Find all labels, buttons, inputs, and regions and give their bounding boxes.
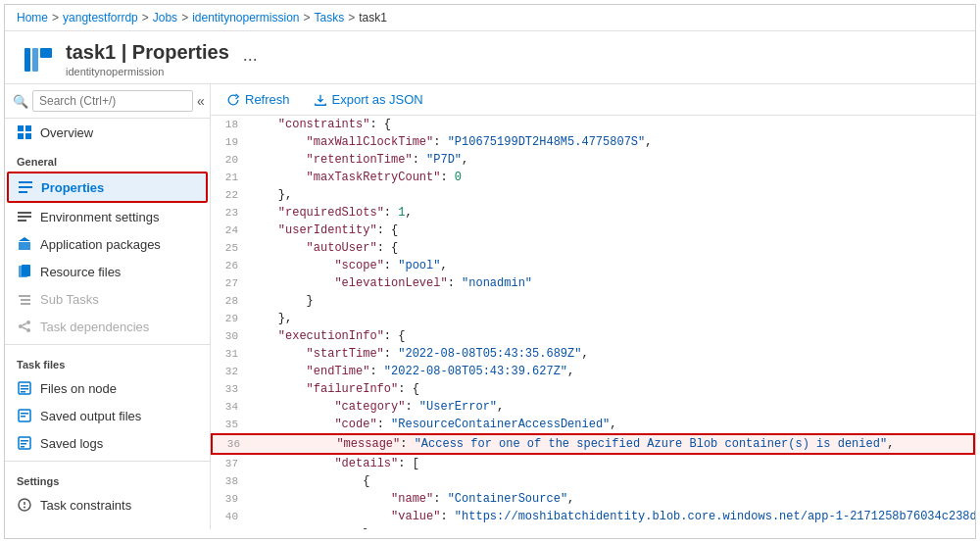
breadcrumb-jobs[interactable]: Jobs — [153, 11, 177, 25]
line-number: 28 — [211, 292, 250, 310]
refresh-button[interactable]: Refresh — [222, 90, 294, 109]
table-row: 39 "name": "ContainerSource", — [211, 490, 975, 508]
table-row: 28 } — [211, 292, 975, 310]
table-row: 36 "message": "Access for one of the spe… — [211, 433, 975, 455]
line-number: 34 — [211, 398, 250, 416]
more-options-button[interactable]: ··· — [243, 49, 258, 70]
export-button[interactable]: Export as JSON — [310, 90, 427, 109]
sidebar: 🔍 « Overview General Properties — [5, 84, 211, 529]
breadcrumb-current: task1 — [359, 11, 387, 25]
svg-line-23 — [23, 323, 26, 325]
sidebar-item-packages[interactable]: Application packages — [5, 230, 210, 258]
line-number: 32 — [211, 363, 250, 380]
svg-rect-0 — [24, 48, 30, 72]
savedlogs-label: Saved logs — [40, 436, 103, 451]
line-number: 36 — [213, 435, 252, 453]
constraints-icon — [17, 497, 32, 513]
line-number: 21 — [211, 169, 250, 186]
table-row: 35 "code": "ResourceContainerAccessDenie… — [211, 416, 975, 433]
table-row: 34 "category": "UserError", — [211, 398, 975, 416]
search-bar: 🔍 « — [5, 84, 210, 119]
line-content: "startTime": "2022-08-08T05:43:35.689Z", — [250, 345, 975, 363]
sidebar-item-overview[interactable]: Overview — [5, 119, 210, 146]
line-number: 35 — [211, 416, 250, 433]
svg-rect-35 — [21, 446, 24, 448]
line-number: 20 — [211, 151, 250, 169]
app-window: Home > yangtestforrdp > Jobs > identityn… — [4, 4, 976, 539]
taskfiles-section-label: Task files — [5, 349, 210, 374]
svg-line-24 — [23, 327, 26, 329]
table-row: 27 "elevationLevel": "nonadmin" — [211, 274, 975, 292]
subtasks-label: Sub Tasks — [40, 292, 99, 307]
sidebar-item-properties[interactable]: Properties — [7, 172, 208, 203]
svg-rect-12 — [18, 220, 26, 222]
properties-icon — [18, 179, 33, 195]
breadcrumb-job[interactable]: identitynopermission — [192, 11, 299, 25]
line-content: "autoUser": { — [250, 239, 975, 257]
sidebar-item-subtasks: Sub Tasks — [5, 285, 210, 313]
overview-icon — [17, 124, 32, 140]
sidebar-item-environment[interactable]: Environment settings — [5, 203, 210, 230]
line-number: 24 — [211, 222, 250, 239]
line-content: "retentionTime": "P7D", — [250, 151, 975, 169]
svg-rect-26 — [21, 385, 28, 387]
dependencies-label: Task dependencies — [40, 320, 149, 334]
sidebar-item-savedlogs[interactable]: Saved logs — [5, 429, 210, 457]
svg-rect-4 — [25, 125, 31, 131]
table-row: 33 "failureInfo": { — [211, 380, 975, 398]
breadcrumb-tasks[interactable]: Tasks — [315, 11, 345, 25]
table-row: 32 "endTime": "2022-08-08T05:43:39.627Z"… — [211, 363, 975, 380]
line-content: "category": "UserError", — [250, 398, 975, 416]
table-row: 22 }, — [211, 186, 975, 204]
svg-rect-27 — [21, 388, 28, 390]
svg-rect-30 — [21, 413, 28, 415]
line-content: "message": "Access for one of the specif… — [252, 435, 973, 453]
sidebar-item-savedoutput[interactable]: Saved output files — [5, 402, 210, 429]
sidebar-item-resource[interactable]: Resource files — [5, 258, 210, 285]
packages-icon — [17, 236, 32, 252]
code-view: 18 "constraints": {19 "maxWallClockTime"… — [211, 116, 975, 529]
breadcrumb-account[interactable]: yangtestforrdp — [63, 11, 138, 25]
environment-label: Environment settings — [40, 210, 159, 224]
table-row: 21 "maxTaskRetryCount": 0 — [211, 169, 975, 186]
svg-rect-1 — [32, 48, 38, 72]
page-header: task1 | Properties identitynopermission … — [5, 31, 975, 84]
table-row: 19 "maxWallClockTime": "P10675199DT2H48M… — [211, 133, 975, 151]
environment-icon — [17, 209, 32, 224]
divider-1 — [5, 344, 210, 345]
line-number: 19 — [211, 133, 250, 151]
refresh-icon — [226, 93, 240, 107]
search-input[interactable] — [32, 90, 193, 112]
filesonnode-label: Files on node — [40, 381, 117, 396]
svg-rect-7 — [19, 181, 32, 183]
line-content: "executionInfo": { — [250, 327, 975, 345]
subtasks-icon — [17, 291, 32, 307]
main-content: Refresh Export as JSON 18 "constraints":… — [211, 84, 975, 529]
svg-point-38 — [24, 507, 25, 509]
breadcrumb-home[interactable]: Home — [17, 11, 48, 25]
line-content: "code": "ResourceContainerAccessDenied", — [250, 416, 975, 433]
table-row: 29 }, — [211, 310, 975, 327]
dependencies-icon — [17, 319, 32, 334]
table-row: 18 "constraints": { — [211, 116, 975, 133]
svg-point-20 — [19, 324, 23, 328]
line-content: "value": "https://moshibatchidentity.blo… — [250, 508, 975, 525]
line-number: 38 — [211, 472, 250, 490]
svg-rect-11 — [18, 216, 31, 218]
line-content: } — [250, 292, 975, 310]
collapse-icon[interactable]: « — [197, 93, 205, 109]
export-icon — [314, 93, 327, 107]
overview-label: Overview — [40, 125, 93, 140]
svg-rect-6 — [25, 133, 31, 139]
files-icon — [17, 380, 32, 396]
table-row: 40 "value": "https://moshibatchidentity.… — [211, 508, 975, 525]
line-number: 41 — [211, 525, 250, 529]
sidebar-item-filesonnode[interactable]: Files on node — [5, 374, 210, 402]
packages-label: Application packages — [40, 237, 161, 252]
line-number: 33 — [211, 380, 250, 398]
line-content: } — [250, 525, 975, 529]
line-content: "maxWallClockTime": "P10675199DT2H48M5.4… — [250, 133, 975, 151]
svg-rect-13 — [19, 242, 30, 250]
sidebar-item-constraints[interactable]: Task constraints — [5, 491, 210, 518]
savedoutput-label: Saved output files — [40, 409, 141, 423]
